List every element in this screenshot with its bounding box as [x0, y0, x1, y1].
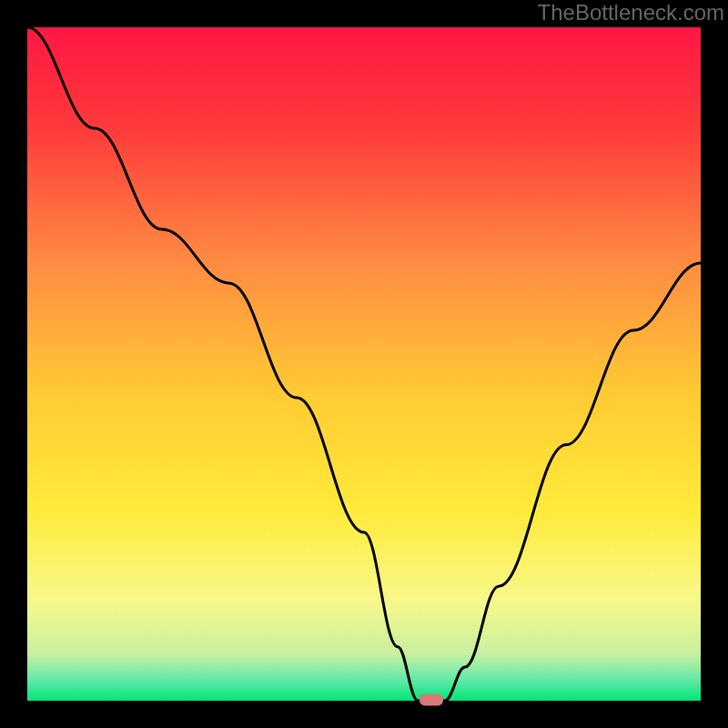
chart-container: TheBottleneck.com: [0, 0, 728, 728]
bottleneck-chart: [0, 0, 728, 728]
watermark-text: TheBottleneck.com: [538, 0, 724, 25]
gradient-background: [27, 27, 701, 701]
optimal-marker: [420, 694, 443, 706]
